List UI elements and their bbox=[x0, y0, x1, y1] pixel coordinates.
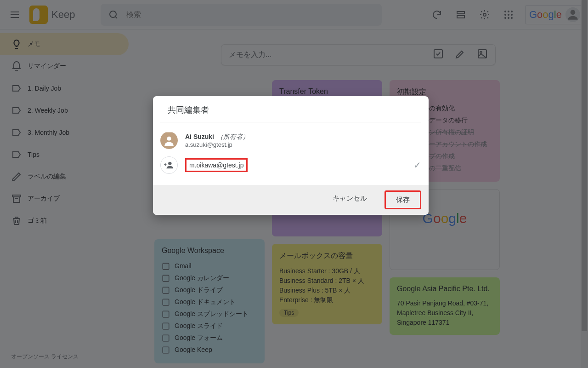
owner-avatar bbox=[160, 132, 178, 149]
svg-point-31 bbox=[168, 162, 171, 165]
owner-row: Ai Suzuki（所有者） a.suzuki@gtest.jp bbox=[160, 128, 421, 153]
dialog-footer: キャンセル 保存 bbox=[153, 185, 429, 215]
collaborator-email-input[interactable]: m.oikawa@gtest.jp bbox=[185, 158, 248, 172]
owner-name: Ai Suzuki bbox=[185, 133, 214, 140]
collaborators-dialog: 共同編集者 Ai Suzuki（所有者） a.suzuki@gtest.jp m… bbox=[153, 96, 429, 215]
owner-email: a.suzuki@gtest.jp bbox=[185, 141, 421, 148]
save-button[interactable]: 保存 bbox=[384, 190, 421, 209]
owner-tag: （所有者） bbox=[217, 133, 249, 140]
add-collaborator-row: m.oikawa@gtest.jp ✓ bbox=[160, 153, 421, 178]
add-person-icon bbox=[160, 156, 178, 174]
cancel-button[interactable]: キャンセル bbox=[322, 190, 377, 209]
confirm-check-icon[interactable]: ✓ bbox=[413, 160, 421, 171]
dialog-title: 共同編集者 bbox=[160, 96, 421, 122]
